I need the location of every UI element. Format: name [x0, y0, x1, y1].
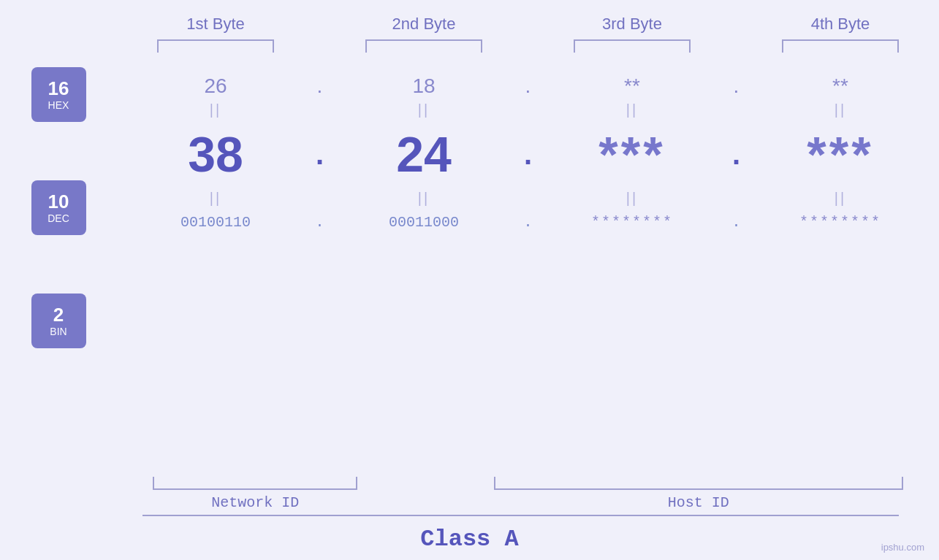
eq5: || [210, 190, 221, 207]
dec-b1-cell: 38 [126, 126, 305, 183]
dec-b3-value: *** [598, 126, 665, 183]
equals-row-1: || || || || [126, 101, 930, 118]
bin-b3-cell: ******** [543, 214, 722, 231]
hex-badge: 16 HEX [31, 67, 86, 122]
bin-b1-value: 00100110 [180, 214, 251, 231]
dec-b4-cell: *** [751, 126, 930, 183]
bin-b2-value: 00011000 [389, 214, 459, 231]
byte-columns: 1st Byte 2nd Byte 3rd Byte 4th Byte [126, 15, 930, 53]
network-id-bracket: Network ID [153, 477, 357, 511]
network-bracket-bottom [153, 477, 357, 490]
eq7: || [626, 190, 638, 207]
hex-values-row: 26 . 18 . ** . ** [126, 53, 930, 101]
bin-sep1: . [305, 214, 335, 231]
byte1-label: 1st Byte [186, 15, 244, 34]
dec-values-row: 38 . 24 . *** . *** [126, 118, 930, 190]
bottom-brackets-section: Network ID Host ID [0, 477, 939, 515]
dec-b2-cell: 24 [335, 126, 514, 183]
bottom-brackets: Network ID Host ID [126, 477, 930, 511]
hex-b1-value: 26 [204, 74, 227, 98]
main-data-section: 16 HEX 10 DEC 2 BIN 26 . [0, 53, 939, 477]
dec-sep3: . [722, 138, 751, 171]
bracket-top-1 [157, 39, 274, 53]
dec-b2-value: 24 [396, 126, 452, 183]
hex-b3-value: ** [624, 74, 640, 98]
dec-sep1: . [305, 138, 335, 171]
data-grid: 26 . 18 . ** . ** [126, 53, 930, 238]
bracket-top-4 [782, 39, 899, 53]
dec-sep2: . [514, 138, 543, 171]
hex-badge-number: 16 [48, 78, 69, 99]
hex-b2-cell: 18 [335, 74, 514, 98]
byte-col-2: 2nd Byte [335, 15, 514, 53]
dec-badge-label: DEC [47, 212, 69, 224]
dec-b1-value: 38 [188, 126, 243, 183]
dec-badge: 10 DEC [31, 180, 86, 235]
watermark: ipshu.com [881, 542, 924, 553]
byte4-label: 4th Byte [811, 15, 870, 34]
hex-sep2: . [514, 74, 543, 98]
bin-badge-number: 2 [53, 304, 64, 326]
host-id-bracket: Host ID [494, 477, 903, 511]
hex-sep3: . [722, 74, 751, 98]
hex-b2-value: 18 [412, 74, 435, 98]
byte3-label: 3rd Byte [602, 15, 662, 34]
class-label: Class A [420, 526, 518, 553]
hex-b3-cell: ** [543, 74, 722, 98]
hex-b1-cell: 26 [126, 74, 305, 98]
byte-col-4: 4th Byte [751, 15, 930, 53]
dec-b3-cell: *** [543, 126, 722, 183]
bin-badge: 2 BIN [31, 294, 86, 348]
eq8: || [835, 190, 846, 207]
host-bracket-bottom [494, 477, 903, 490]
bin-sep2: . [514, 214, 543, 231]
main-container: 1st Byte 2nd Byte 3rd Byte 4th Byte [0, 0, 939, 560]
eq2: || [418, 101, 430, 118]
dec-badge-number: 10 [48, 191, 69, 212]
hex-b4-cell: ** [751, 74, 930, 98]
bracket-top-3 [574, 39, 691, 53]
eq3: || [626, 101, 638, 118]
bin-b2-cell: 00011000 [335, 214, 514, 231]
host-id-label: Host ID [668, 494, 729, 511]
bin-sep3: . [722, 214, 751, 231]
hex-b4-value: ** [832, 74, 848, 98]
byte2-label: 2nd Byte [392, 15, 456, 34]
dec-b4-value: *** [807, 126, 873, 183]
eq6: || [418, 190, 430, 207]
bracket-top-2 [365, 39, 482, 53]
equals-row-2: || || || || [126, 190, 930, 207]
network-id-label: Network ID [211, 494, 299, 511]
hex-badge-label: HEX [48, 99, 69, 111]
badges-column: 16 HEX 10 DEC 2 BIN [9, 53, 126, 348]
class-row: Class A [0, 515, 939, 560]
eq4: || [835, 101, 846, 118]
byte-col-1: 1st Byte [126, 15, 305, 53]
bin-b3-value: ******** [591, 214, 673, 231]
bin-badge-label: BIN [50, 326, 66, 337]
class-bracket-line [142, 515, 899, 516]
bin-values-row: 00100110 . 00011000 . ******** . [126, 207, 930, 238]
byte-labels-row: 1st Byte 2nd Byte 3rd Byte 4th Byte [0, 0, 939, 53]
bin-b4-cell: ******** [751, 214, 930, 231]
bin-b1-cell: 00100110 [126, 214, 305, 231]
byte-col-3: 3rd Byte [543, 15, 722, 53]
hex-sep1: . [305, 74, 335, 98]
eq1: || [210, 101, 221, 118]
bin-b4-value: ******** [799, 214, 881, 231]
